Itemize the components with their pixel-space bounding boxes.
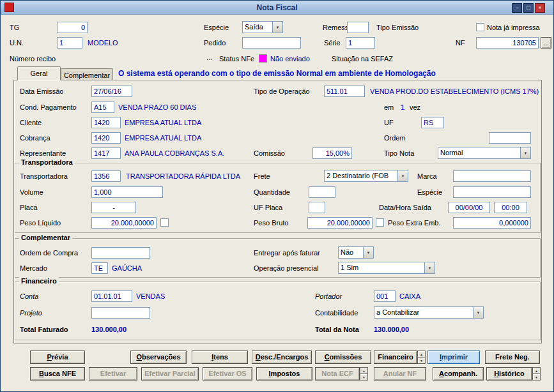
peso-liquido-input[interactable]	[91, 217, 157, 229]
anular-nf-button[interactable]: Anular NF	[374, 367, 426, 381]
ordem-compra-input[interactable]	[91, 247, 150, 259]
ordem-compra-label: Ordem de Compra	[20, 249, 78, 257]
pedido-input[interactable]	[242, 37, 301, 49]
spinner-up-icon[interactable]: ▲	[532, 367, 541, 374]
contabilidade-select[interactable]: a Contabilizar ▼	[374, 306, 484, 319]
quantidade-input[interactable]	[309, 186, 335, 198]
chevron-down-icon: ▼	[363, 247, 373, 258]
volume-input[interactable]	[91, 186, 163, 198]
tg-input[interactable]	[57, 22, 88, 33]
tab-complementar[interactable]: Complementar	[61, 68, 113, 80]
data-hora-saida-label: Data/Hora Saída	[379, 204, 431, 211]
cond-pagamento-label: Cond. Pagamento	[20, 103, 77, 111]
previa-button[interactable]: Prévia	[30, 351, 85, 364]
comissoes-button[interactable]: Comissões	[315, 351, 371, 364]
homologacao-banner: O sistema está operando com o tipo de em…	[118, 69, 436, 78]
especie-select[interactable]: Saída ▼	[242, 21, 283, 33]
peso-liquido-checkbox[interactable]	[160, 218, 169, 227]
frete-select[interactable]: 2 Destinatario (FOB ▼	[324, 170, 408, 182]
cliente-input[interactable]	[91, 117, 121, 128]
representante-input[interactable]	[91, 147, 121, 159]
peso-extra-input[interactable]	[453, 217, 531, 229]
contabilidade-value: a Contabilizar	[374, 307, 473, 318]
efetivar-parcial-button[interactable]: Efetivar Parcial	[141, 367, 199, 381]
nf-input[interactable]	[476, 37, 539, 49]
uf-placa-input[interactable]	[309, 202, 325, 213]
projeto-input[interactable]	[91, 307, 150, 319]
portador-input[interactable]	[374, 290, 396, 302]
especie-value: Saída	[243, 22, 272, 33]
spinner-up-icon[interactable]: ▲	[360, 367, 368, 374]
especie-label: Espécie	[204, 24, 229, 31]
chevron-down-icon: ▼	[272, 22, 282, 33]
un-input[interactable]	[57, 37, 82, 49]
ordem-input[interactable]	[489, 132, 531, 144]
data-saida-input[interactable]	[448, 202, 490, 213]
mercado-input[interactable]	[91, 262, 108, 274]
tab-geral[interactable]: Geral	[17, 66, 61, 80]
efetivar-button[interactable]: Efetivar	[89, 367, 137, 381]
frete-neg-button[interactable]: Frete Neg.	[485, 351, 540, 364]
peso-bruto-input[interactable]	[307, 217, 373, 229]
desc-encargos-button[interactable]: Desc./Encargos	[252, 351, 312, 364]
cliente-desc: EMPRESA ATUAL LTDA	[125, 119, 201, 126]
numero-recibo-label: Número recibo	[10, 55, 56, 63]
hora-saida-input[interactable]	[494, 202, 527, 213]
chevron-down-icon: ▼	[473, 307, 483, 318]
comissao-input[interactable]	[312, 147, 352, 159]
tipo-operacao-input[interactable]	[324, 86, 365, 97]
itens-button[interactable]: Itens	[192, 351, 248, 364]
tipo-nota-label: Tipo Nota	[384, 149, 414, 157]
recibo-browse-button[interactable]: ...	[206, 54, 212, 61]
especie-transp-input[interactable]	[453, 186, 531, 198]
transportadora-input[interactable]	[91, 170, 121, 182]
cobranca-input[interactable]	[91, 132, 121, 144]
impostos-button[interactable]: Impostos	[256, 367, 312, 381]
transportadora-group-title: Transportadora	[19, 158, 75, 166]
close-button[interactable]: ×	[535, 3, 545, 13]
imprimir-button[interactable]: Imprimir	[427, 351, 480, 364]
spinner-down-icon[interactable]: ▼	[417, 358, 426, 364]
marca-input[interactable]	[453, 170, 531, 182]
serie-input[interactable]	[346, 37, 375, 49]
nota-impressa-checkbox[interactable]	[476, 23, 484, 31]
entregar-label: Entregar após faturar	[254, 249, 320, 257]
remessa-input[interactable]	[347, 22, 369, 33]
spinner-up-icon[interactable]: ▲	[417, 351, 426, 358]
volume-label: Volume	[20, 188, 43, 196]
nf-browse-button[interactable]: ...	[541, 37, 551, 49]
conta-input[interactable]	[91, 290, 132, 302]
em-value: 1	[401, 103, 404, 111]
operacao-select[interactable]: 1 Sim ▼	[338, 262, 435, 274]
mercado-desc: GAÚCHA	[112, 264, 142, 272]
nota-ecf-button[interactable]: Nota ECF	[315, 367, 360, 381]
nota-ecf-spinner[interactable]: ▲ ▼	[360, 367, 368, 381]
entregar-select[interactable]: Não ▼	[338, 246, 374, 259]
maximize-button[interactable]: □	[523, 3, 534, 13]
placa-input[interactable]	[91, 202, 136, 213]
efetivar-os-button[interactable]: Efetivar OS	[203, 367, 252, 381]
peso-bruto-checkbox[interactable]	[376, 218, 384, 227]
historico-spinner[interactable]: ▲ ▼	[532, 367, 541, 381]
observacoes-button[interactable]: Observações	[130, 351, 187, 364]
tipo-nota-select[interactable]: Normal ▼	[438, 147, 531, 159]
data-emissao-input[interactable]	[91, 86, 132, 97]
historico-button[interactable]: Histórico	[486, 367, 532, 381]
tipo-emissao-label: Tipo Emissão	[376, 24, 419, 31]
cond-pagamento-desc: VENDA PRAZO 60 DIAS	[118, 103, 196, 111]
uf-input[interactable]	[421, 117, 444, 128]
uf-placa-label: UF Placa	[254, 204, 282, 211]
chevron-down-icon: ▼	[397, 170, 408, 181]
acompanh-button[interactable]: Acompanh.	[433, 367, 484, 381]
quantidade-label: Quantidade	[254, 188, 290, 196]
financeiro-button[interactable]: Financeiro	[374, 351, 417, 364]
financeiro-spinner[interactable]: ▲ ▼	[417, 351, 426, 364]
spinner-down-icon[interactable]: ▼	[360, 374, 368, 381]
spinner-down-icon[interactable]: ▼	[532, 374, 541, 381]
busca-nfe-button[interactable]: Busca NFE	[30, 367, 85, 381]
contabilidade-label: Contabilidade	[315, 309, 358, 317]
representante-label: Representante	[20, 149, 66, 157]
em-label: em	[384, 103, 394, 111]
minimize-button[interactable]: –	[512, 3, 522, 13]
cond-pagamento-input[interactable]	[91, 102, 114, 113]
